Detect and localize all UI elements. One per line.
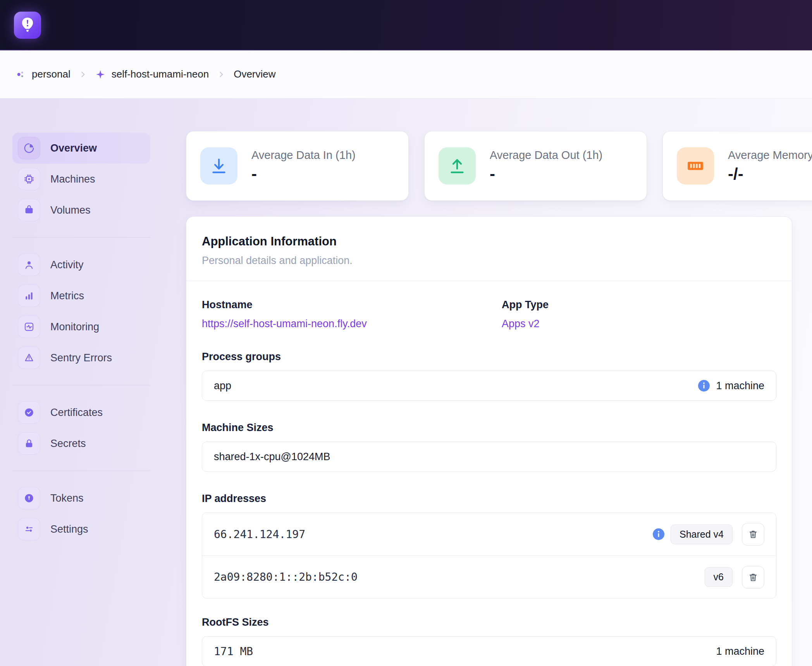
- hostname-link[interactable]: https://self-host-umami-neon.fly.dev: [202, 318, 367, 330]
- sidebar-item-label: Overview: [50, 142, 97, 154]
- rootfs-size-row: 171 MB 1 machine: [202, 636, 776, 666]
- card-body: Hostname https://self-host-umami-neon.fl…: [186, 281, 792, 666]
- sidebar-item-label: Monitoring: [50, 321, 99, 333]
- hostname-field: Hostname https://self-host-umami-neon.fl…: [202, 299, 502, 330]
- breadcrumb-app[interactable]: self-host-umami-neon: [95, 68, 209, 80]
- top-navbar: [0, 0, 812, 50]
- ip-address-value: 2a09:8280:1::2b:b52c:0: [214, 571, 358, 583]
- ip-type-badge: Shared v4: [671, 525, 733, 544]
- sidebar-item-secrets[interactable]: Secrets: [12, 428, 150, 459]
- breadcrumb-page: Overview: [234, 68, 275, 80]
- sidebar-item-volumes[interactable]: Volumes: [12, 195, 150, 226]
- info-icon[interactable]: [698, 380, 710, 392]
- rootfs-size-value: 171 MB: [214, 645, 253, 658]
- pie-chart-icon: [18, 137, 40, 159]
- fly-logo[interactable]: [14, 12, 41, 39]
- app-type-link[interactable]: Apps v2: [502, 318, 540, 330]
- sidebar-item-label: Certificates: [50, 407, 103, 419]
- machine-sizes-label: Machine Sizes: [202, 422, 776, 434]
- sentry-icon: [18, 347, 40, 369]
- volumes-icon: [18, 199, 40, 221]
- process-group-name: app: [214, 380, 231, 392]
- hostname-apptype-row: Hostname https://self-host-umami-neon.fl…: [202, 299, 776, 330]
- rootfs-sizes-label: RootFS Sizes: [202, 616, 776, 628]
- sidebar-item-label: Activity: [50, 259, 84, 271]
- stat-value: -: [251, 165, 356, 183]
- sidebar-item-tokens[interactable]: Tokens: [12, 483, 150, 514]
- app-type-field: App Type Apps v2: [502, 299, 776, 330]
- sidebar-item-metrics[interactable]: Metrics: [12, 280, 150, 311]
- memory-icon: [677, 147, 714, 185]
- lock-icon: [18, 432, 40, 455]
- machine-size-value: shared-1x-cpu@1024MB: [214, 451, 330, 463]
- chevron-right-icon: [79, 71, 87, 78]
- hostname-label: Hostname: [202, 299, 502, 311]
- page-content: Overview Machines Volumes: [0, 98, 812, 666]
- badge-check-icon: [18, 401, 40, 424]
- fly-balloon-icon: [19, 16, 36, 34]
- main-content: Average Data In (1h) - Average Data Out …: [186, 98, 812, 666]
- sparkle-icon: [95, 69, 105, 79]
- trash-icon: [748, 572, 758, 582]
- sliders-icon: [18, 518, 40, 540]
- stat-value: -: [490, 165, 602, 183]
- sidebar-item-machines[interactable]: Machines: [12, 164, 150, 195]
- application-information-card: Application Information Personal details…: [186, 216, 792, 666]
- process-groups-label: Process groups: [202, 351, 776, 363]
- stat-label: Average Data Out (1h): [490, 149, 602, 162]
- sidebar-item-label: Volumes: [50, 204, 91, 216]
- chip-icon: [18, 168, 40, 190]
- stat-card-data-out: Average Data Out (1h) -: [424, 131, 647, 201]
- sidebar-item-label: Sentry Errors: [50, 352, 112, 364]
- download-icon: [200, 147, 237, 185]
- sidebar-item-monitoring[interactable]: Monitoring: [12, 311, 150, 342]
- card-title: Application Information: [202, 235, 776, 248]
- activity-user-icon: [18, 254, 40, 276]
- stats-row: Average Data In (1h) - Average Data Out …: [186, 131, 812, 201]
- sidebar-item-overview[interactable]: Overview: [12, 133, 150, 164]
- sidebar-item-sentry-errors[interactable]: Sentry Errors: [12, 342, 150, 373]
- sidebar-item-label: Secrets: [50, 438, 86, 450]
- upload-icon: [439, 147, 476, 185]
- sidebar-item-label: Metrics: [50, 290, 84, 302]
- card-subtitle: Personal details and application.: [202, 255, 776, 267]
- sidebar-divider: [12, 471, 150, 471]
- stat-card-memory: Average Memory -/-: [662, 131, 812, 201]
- org-dots-icon: [15, 69, 26, 79]
- info-icon[interactable]: [653, 528, 664, 540]
- chevron-right-icon: [217, 71, 225, 78]
- breadcrumb-app-label: self-host-umami-neon: [112, 68, 209, 80]
- delete-ip-button[interactable]: [742, 566, 764, 588]
- stat-label: Average Data In (1h): [251, 149, 356, 162]
- rootfs-machine-count: 1 machine: [716, 645, 764, 657]
- sidebar-divider: [12, 385, 150, 385]
- machine-size-row: shared-1x-cpu@1024MB: [202, 442, 776, 472]
- ip-row: 66.241.124.197 Shared v4: [202, 513, 776, 556]
- sidebar-item-label: Settings: [50, 523, 88, 535]
- stat-value: -/-: [728, 165, 812, 183]
- process-group-machine-count: 1 machine: [716, 380, 764, 392]
- ip-addresses-list: 66.241.124.197 Shared v4: [202, 512, 776, 599]
- sidebar-item-label: Machines: [50, 173, 95, 185]
- process-groups-section: Process groups app 1 machine: [202, 351, 776, 401]
- sidebar-divider: [12, 237, 150, 238]
- ip-addresses-section: IP addresses 66.241.124.197 Shared v4: [202, 493, 776, 599]
- pulse-monitor-icon: [18, 316, 40, 338]
- delete-ip-button[interactable]: [742, 523, 764, 545]
- breadcrumb-org[interactable]: personal: [15, 68, 71, 80]
- sidebar-item-activity[interactable]: Activity: [12, 249, 150, 280]
- stat-label: Average Memory: [728, 149, 812, 162]
- ip-row: 2a09:8280:1::2b:b52c:0 v6: [202, 556, 776, 598]
- app-type-label: App Type: [502, 299, 776, 311]
- sidebar-item-settings[interactable]: Settings: [12, 514, 150, 545]
- bar-chart-icon: [18, 285, 40, 307]
- process-group-row: app 1 machine: [202, 371, 776, 401]
- sidebar-item-label: Tokens: [50, 492, 84, 504]
- machine-sizes-section: Machine Sizes shared-1x-cpu@1024MB: [202, 422, 776, 472]
- trash-icon: [748, 529, 758, 539]
- ip-addresses-label: IP addresses: [202, 493, 776, 505]
- ip-type-badge: v6: [705, 567, 733, 587]
- breadcrumb: personal self-host-umami-neon Overview: [0, 50, 812, 98]
- card-header: Application Information Personal details…: [186, 217, 792, 281]
- sidebar-item-certificates[interactable]: Certificates: [12, 397, 150, 428]
